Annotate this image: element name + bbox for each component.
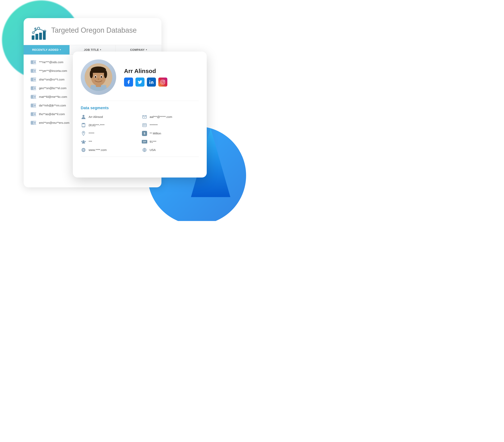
person-icon [81,114,86,120]
chevron-icon: ▾ [100,49,101,51]
svg-rect-6 [32,35,35,40]
email-address: geo**sn@bc**el.com [39,86,66,90]
data-row-website: www.****.com [81,147,138,153]
svg-point-55 [143,148,146,152]
social-icons [124,78,199,87]
svg-point-48 [81,141,83,142]
email-address: ***ne***@ods.com [39,60,63,64]
db-card-header: $ Targeted Oregon Database [24,18,162,45]
avatar-container [81,59,116,95]
svg-point-43 [143,124,144,125]
logo-icon: $ [31,25,46,41]
envelope-icon [31,104,36,107]
svg-rect-41 [83,124,85,124]
contact-card: Arr Alinsod [73,52,207,177]
svg-point-26 [104,70,107,78]
svg-point-5 [32,32,34,34]
svg-point-25 [90,70,93,78]
svg-point-31 [98,79,99,80]
email-address: ***yer**@incorta.com [39,69,67,72]
data-row-phone: (818)***-**** [81,123,138,128]
contact-card-top: Arr Alinsod [81,59,199,101]
envelope-icon [31,60,36,64]
svg-point-35 [164,81,164,81]
svg-rect-9 [43,31,46,40]
svg-point-36 [83,115,85,117]
phone-icon [81,123,86,128]
data-row-revenue: $ ** Million [142,131,199,136]
data-row-id: ******* [142,123,199,128]
filter-recently-added[interactable]: RECENTLY ADDED ▾ [24,45,70,54]
email-address: sha**on@ro**t.com [39,78,64,81]
svg-rect-7 [36,34,38,40]
twitter-icon[interactable] [135,78,144,87]
envelope-icon [31,95,36,99]
envelope-icon [31,86,36,90]
envelope-icon [31,69,36,73]
svg-point-28 [95,76,96,78]
svg-point-32 [149,80,150,81]
chevron-icon: ▾ [60,49,61,51]
data-row-group: *** [81,139,138,144]
svg-point-1 [37,27,40,30]
contact-name: Arr Alinsod [124,68,199,74]
email-address: emi**on@reu**ers.com [39,121,69,124]
id-icon [142,123,147,128]
data-row-location: ***** [81,131,138,136]
facebook-icon[interactable] [124,78,133,87]
page-title: Targeted Oregon Database [51,26,137,35]
svg-point-47 [83,140,84,142]
email-address: da**mh@jk**rm.com [39,104,66,107]
location-icon [81,131,86,136]
zip-icon: ZIP [142,139,147,144]
svg-rect-8 [39,33,42,40]
data-row-country: USA [142,147,199,153]
web-icon [81,147,86,153]
data-grid: Arr Alinsod aal***@*****.com [81,114,199,153]
svg-rect-33 [161,80,165,84]
svg-point-34 [162,81,164,83]
chevron-icon: ▾ [146,49,147,51]
svg-point-30 [101,76,102,78]
globe-icon [142,147,147,153]
email-address: mat**kl@me**kc.com [39,95,67,98]
avatar [85,63,112,91]
email-address: tho**as@da**il.com [39,112,65,116]
data-row-email: aal***@*****.com [142,114,199,120]
svg-point-49 [85,141,86,142]
contact-info: Arr Alinsod [124,68,199,87]
data-row-name: Arr Alinsod [81,114,138,120]
envelope-icon [31,121,36,125]
envelope-icon [31,112,36,116]
svg-point-46 [83,132,84,133]
email-icon [142,114,147,120]
envelope-icon [31,78,36,81]
group-icon [81,139,86,144]
card-divider [81,157,199,157]
data-segments-title: Data segments [81,106,199,110]
linkedin-icon[interactable] [147,78,156,87]
data-row-zip: ZIP 91*** [142,139,199,144]
dollar-icon: $ [142,131,147,136]
instagram-icon[interactable] [158,78,167,87]
svg-rect-24 [91,69,106,73]
